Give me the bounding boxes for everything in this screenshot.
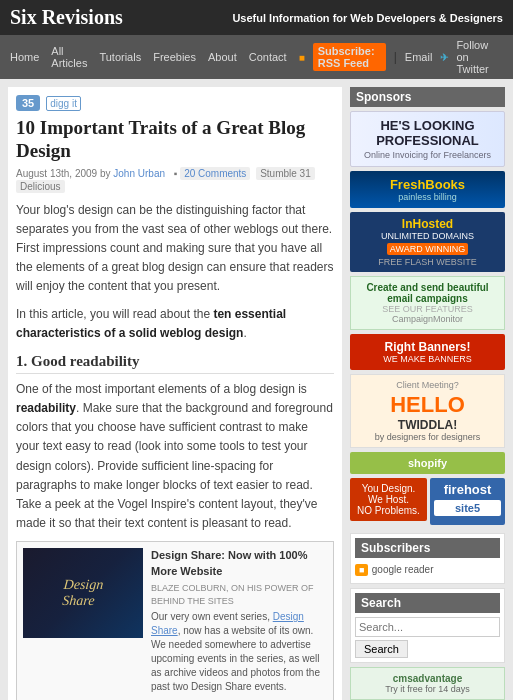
main-layout: 35 digg it 10 Important Traits of a Grea… — [0, 79, 513, 700]
article-content: 35 digg it 10 Important Traits of a Grea… — [8, 87, 342, 700]
nav-home[interactable]: Home — [10, 51, 39, 63]
digg-count[interactable]: 35 — [16, 95, 40, 111]
delicious-badge[interactable]: Delicious — [16, 180, 65, 193]
firehost-you: You Design. — [355, 483, 422, 494]
right-banners-title: Right Banners! — [356, 340, 499, 354]
design-share-link[interactable]: Design Share — [151, 611, 304, 636]
search-button[interactable]: Search — [355, 640, 408, 658]
ad-twiddla[interactable]: Client Meeting? HELLO TWIDDLA! by design… — [350, 374, 505, 448]
ad-cms[interactable]: cmsadvantage Try it free for 14 days — [350, 667, 505, 700]
design-share-text: Our very own event series, Design Share,… — [151, 610, 327, 694]
article-title: 10 Important Traits of a Great Blog Desi… — [16, 117, 334, 163]
freshbooks-sub: painless billing — [356, 192, 499, 202]
award-badge: AWARD WINNING — [387, 243, 468, 255]
feedburner-label: google reader — [372, 564, 434, 575]
design-share-box: DesignShare Design Share: Now with 100% … — [16, 541, 334, 700]
flash-text: FREE FLASH WEBSITE — [355, 257, 500, 267]
ad-professional-sub: Online Invoicing for Freelancers — [357, 150, 498, 160]
section1-para1: One of the most important elements of a … — [16, 380, 334, 534]
nav-social: ■ Subscribe: RSS Feed | Email ✈ Follow o… — [299, 39, 503, 75]
nav-freebies[interactable]: Freebies — [153, 51, 196, 63]
ad-imhost[interactable]: InHosted UNLIMITED DOMAINS AWARD WINNING… — [350, 212, 505, 272]
site5-brand: site5 — [434, 500, 501, 516]
twitter-follow[interactable]: Follow on Twitter — [456, 39, 503, 75]
article-intro-block: Your blog's design can be the distinguis… — [16, 201, 334, 343]
site-header: Six Revisions Useful Information for Web… — [0, 0, 513, 35]
ad-shopify[interactable]: shopify — [350, 452, 505, 474]
subscribers-section: Subscribers ■ google reader — [350, 533, 505, 584]
rss-icon: ■ — [299, 52, 305, 63]
section1-heading: 1. Good readability — [16, 353, 334, 374]
twiddla-hello: HELLO — [356, 392, 499, 418]
cms-title: cmsadvantage — [356, 673, 499, 684]
intro-paragraph: Your blog's design can be the distinguis… — [16, 201, 334, 297]
imhost-sub: UNLIMITED DOMAINS — [355, 231, 500, 241]
nav-divider: | — [394, 50, 397, 64]
sponsors-title: Sponsors — [350, 87, 505, 107]
design-share-caption: Design Share: Now with 100% More Website… — [151, 548, 327, 694]
rss-subscribe[interactable]: Subscribe: RSS Feed — [313, 43, 386, 71]
ad-firehost[interactable]: You Design. We Host. NO Problems. — [350, 478, 427, 521]
design-share-image: DesignShare — [23, 548, 143, 638]
comments-badge[interactable]: 20 Comments — [180, 167, 250, 180]
stumble-badge[interactable]: Stumble 31 — [256, 167, 315, 180]
ad-campaign-monitor[interactable]: Create and send beautiful email campaign… — [350, 276, 505, 330]
sidebar: Sponsors HE'S LOOKING PROFESSIONAL Onlin… — [350, 87, 505, 700]
sponsors-section: Sponsors HE'S LOOKING PROFESSIONAL Onlin… — [350, 87, 505, 525]
digg-bar: 35 digg it — [16, 95, 334, 111]
ad-right-banners[interactable]: Right Banners! WE MAKE BANNERS — [350, 334, 505, 370]
design-share-logo: DesignShare — [62, 577, 104, 609]
design-share-title: Design Share: Now with 100% More Website — [151, 548, 327, 579]
email-subscribe[interactable]: Email — [405, 51, 433, 63]
nav-contact[interactable]: Contact — [249, 51, 287, 63]
ad-freshbooks[interactable]: FreshBooks painless billing — [350, 171, 505, 208]
feedburner-icon: ■ — [355, 564, 368, 576]
firehost-brand: firehost — [434, 482, 501, 497]
search-input[interactable] — [355, 617, 500, 637]
ad-professional-title: HE'S LOOKING PROFESSIONAL — [357, 118, 498, 148]
search-title: Search — [355, 593, 500, 613]
ad-professional[interactable]: HE'S LOOKING PROFESSIONAL Online Invoici… — [350, 111, 505, 167]
imhost-title: InHosted — [355, 217, 500, 231]
nav-tutorials[interactable]: Tutorials — [99, 51, 141, 63]
ad-site5-pair[interactable]: firehost site5 — [430, 478, 505, 525]
freshbooks-title: FreshBooks — [356, 177, 499, 192]
twitter-bird-icon: ✈ — [440, 52, 448, 63]
site-title[interactable]: Six Revisions — [10, 6, 123, 29]
article-author[interactable]: John Urban — [113, 168, 165, 179]
search-section: Search Search — [350, 588, 505, 663]
digg-label[interactable]: digg it — [46, 96, 81, 111]
twiddla-name: TWIDDLA! — [356, 418, 499, 432]
cms-sub: Try it free for 14 days — [356, 684, 499, 694]
site-tagline: Useful Information for Web Developers & … — [232, 12, 503, 24]
shopify-title: shopify — [408, 457, 447, 469]
design-share-credit: BLAZE COLBURN, ON HIS POWER OF BEHIND TH… — [151, 582, 327, 607]
ad-hosting-pair: You Design. We Host. NO Problems. fireho… — [350, 478, 505, 525]
article-meta: August 13th, 2009 by John Urban ▪ 20 Com… — [16, 167, 334, 193]
nav-all-articles[interactable]: All Articles — [51, 45, 87, 69]
intro-paragraph-2: In this article, you will read about the… — [16, 305, 334, 343]
subscribers-title: Subscribers — [355, 538, 500, 558]
nav-about[interactable]: About — [208, 51, 237, 63]
main-nav: Home All Articles Tutorials Freebies Abo… — [0, 35, 513, 79]
firehost-we: We Host. — [355, 494, 422, 505]
article-date: August 13th, 2009 — [16, 168, 97, 179]
section1-body: One of the most important elements of a … — [16, 380, 334, 534]
right-banners-sub: WE MAKE BANNERS — [356, 354, 499, 364]
firehost-no: NO Problems. — [355, 505, 422, 516]
